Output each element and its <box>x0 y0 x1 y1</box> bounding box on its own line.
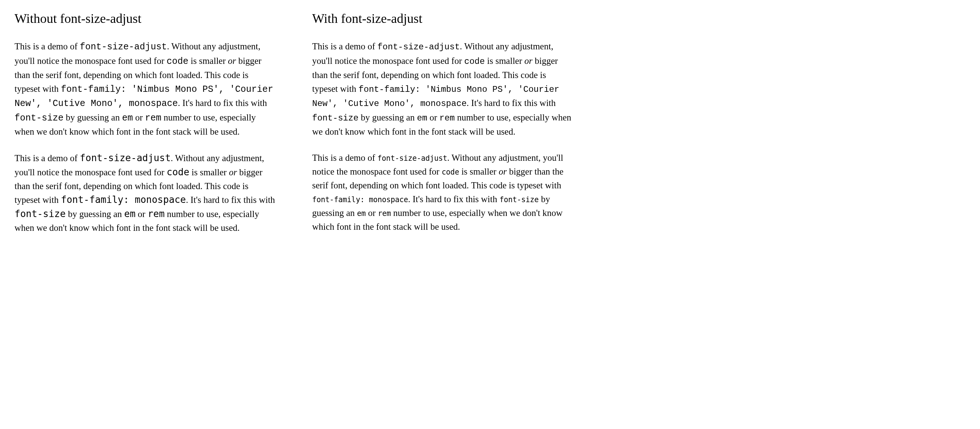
paragraph-left-1: This is a demo of font-size-adjust. With… <box>14 40 276 139</box>
emphasis-or: or <box>228 56 236 66</box>
text: is smaller <box>485 56 525 66</box>
paragraph-right-2: This is a demo of font-size-adjust. With… <box>312 151 573 234</box>
heading-with: With font-size-adjust <box>312 11 573 27</box>
code-font-size-adjust: font-size-adjust <box>377 42 460 52</box>
code-font-size: font-size <box>14 113 64 123</box>
text: This is a demo of <box>14 41 80 51</box>
text: or <box>135 209 147 219</box>
code-em: em <box>417 113 427 123</box>
text: . It's hard to fix this with <box>467 98 556 108</box>
text: by guessing an <box>359 113 417 122</box>
column-with-adjust: With font-size-adjust This is a demo of … <box>312 11 573 247</box>
text: . It's hard to fix this with <box>178 98 267 108</box>
text: is smaller <box>188 56 228 66</box>
code-font-size-adjust: font-size-adjust <box>80 42 167 52</box>
text: This is a demo of <box>312 41 377 51</box>
emphasis-or: or <box>499 167 507 176</box>
code-rem: rem <box>145 113 161 123</box>
code-font-family-short: font-family: monospace <box>312 195 408 204</box>
code-em: em <box>124 208 135 219</box>
code-code: code <box>167 167 189 178</box>
text: or <box>133 113 145 122</box>
code-font-size-adjust: font-size-adjust <box>80 153 170 163</box>
text: is smaller <box>459 167 499 176</box>
text: by guessing an <box>64 113 122 122</box>
code-font-size: font-size <box>14 208 66 219</box>
text: by guessing an <box>66 209 124 219</box>
emphasis-or: or <box>229 167 237 177</box>
emphasis-or: or <box>525 56 533 66</box>
code-font-family-short: font-family: monospace <box>61 194 186 205</box>
text: This is a demo of <box>312 153 377 163</box>
paragraph-left-2: This is a demo of font-size-adjust. With… <box>14 151 276 235</box>
code-code: code <box>464 57 485 67</box>
code-font-size: font-size <box>312 113 359 123</box>
code-code: code <box>167 56 188 67</box>
text: . It's hard to fix this with <box>408 194 500 204</box>
column-without-adjust: Without font-size-adjust This is a demo … <box>14 11 276 247</box>
text: This is a demo of <box>14 153 80 163</box>
heading-without: Without font-size-adjust <box>14 11 276 27</box>
code-em: em <box>357 209 366 218</box>
paragraph-right-1: This is a demo of font-size-adjust. With… <box>312 40 573 139</box>
code-font-size-adjust: font-size-adjust <box>377 154 447 163</box>
text: or <box>427 113 439 122</box>
code-em: em <box>122 113 133 123</box>
text: . It's hard to fix this with <box>186 195 275 205</box>
code-rem: rem <box>439 113 455 123</box>
text: or <box>366 208 378 218</box>
code-rem: rem <box>378 209 391 218</box>
text: is smaller <box>189 167 229 177</box>
code-font-size: font-size <box>500 195 539 204</box>
code-rem: rem <box>148 208 165 219</box>
code-code: code <box>442 168 459 176</box>
